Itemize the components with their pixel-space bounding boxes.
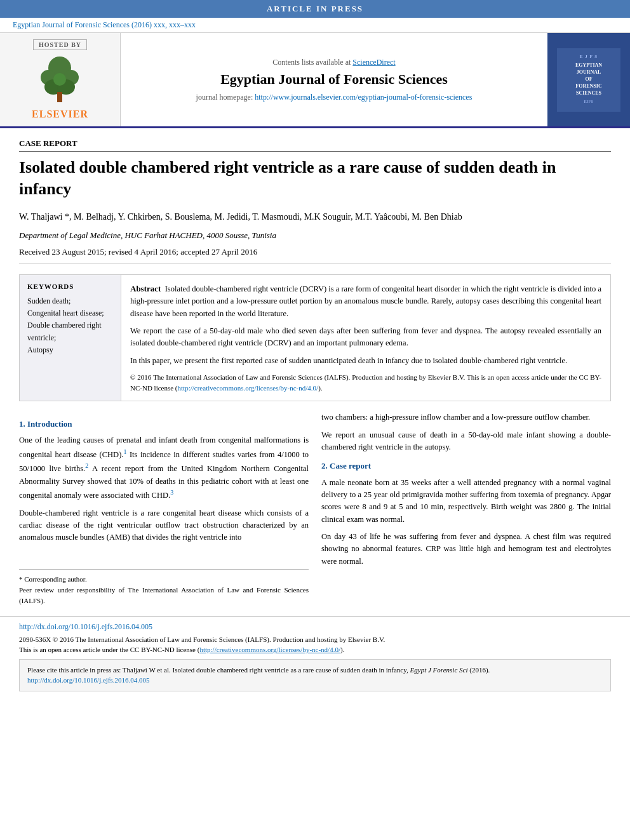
case-para-2: On day 43 of life he was suffering from …	[321, 531, 611, 568]
footer-section: http://dx.doi.org/10.1016/j.ejfs.2016.04…	[0, 617, 630, 697]
journal-link[interactable]: Egyptian Journal of Forensic Sciences (2…	[13, 20, 196, 29]
affiliation: Department of Legal Medicine, HUC Farhat…	[19, 230, 611, 241]
main-content: CASE REPORT Isolated double chambered ri…	[0, 128, 630, 617]
intro-continuation-2: We report an unusual cause of death in a…	[321, 429, 611, 454]
footnote-peer-review: Peer review under responsibility of The …	[19, 585, 309, 606]
journal-homepage: journal homepage: http://www.journals.el…	[196, 93, 473, 102]
keywords-col: KEYWORDS Sudden death; Congenital heart …	[20, 275, 121, 401]
keyword-item-4: Autopsy	[27, 344, 113, 356]
abstract-label: Abstract	[130, 284, 161, 293]
intro-para-2: Double-chambered right ventricle is a ra…	[19, 507, 309, 544]
footnote-corresponding: * Corresponding author.	[19, 574, 309, 585]
citation-doi-link[interactable]: http://dx.doi.org/10.1016/j.ejfs.2016.04…	[27, 676, 150, 684]
header-right: E J F S EGYPTIANJOURNALOFFORENSICSCIENCE…	[547, 33, 630, 126]
hosted-by-label: HOSTED BY	[33, 39, 87, 50]
dates-line: Received 23 August 2015; revised 4 April…	[19, 247, 611, 264]
header-center: Contents lists available at ScienceDirec…	[121, 33, 547, 126]
keyword-item-1: Sudden death;	[27, 295, 113, 307]
doi-link[interactable]: http://dx.doi.org/10.1016/j.ejfs.2016.04…	[19, 622, 152, 631]
sciencedirect-link[interactable]: ScienceDirect	[352, 58, 395, 67]
footnote-section: * Corresponding author. Peer review unde…	[19, 570, 309, 606]
article-title: Isolated double chambered right ventricl…	[19, 157, 611, 200]
elsevier-name: ELSEVIER	[32, 109, 88, 120]
header-left: HOSTED BY ELSEVIER	[0, 33, 121, 126]
journal-title-main: Egyptian Journal of Forensic Sciences	[220, 71, 448, 88]
footer-cc-link[interactable]: http://creativecommons.org/licenses/by-n…	[199, 646, 340, 653]
authors: W. Thaljawi *, M. Belhadj, Y. Chkirben, …	[19, 210, 611, 224]
footer-copyright: 2090-536X © 2016 The International Assoc…	[19, 634, 611, 655]
article-body: 1. Introduction One of the leading cause…	[19, 411, 611, 606]
cc-license: © 2016 The International Association of …	[130, 372, 601, 393]
abstract-para3: In this paper, we present the first repo…	[130, 355, 601, 367]
abstract-para2: We report the case of a 50-day-old male …	[130, 325, 601, 350]
journal-cover-box: E J F S EGYPTIANJOURNALOFFORENSICSCIENCE…	[557, 48, 620, 112]
journal-header: HOSTED BY ELSEVIER Contents lists availa…	[0, 32, 630, 128]
keyword-item-2: Congenital heart disease;	[27, 307, 113, 319]
svg-rect-6	[57, 92, 62, 102]
cc-license-link[interactable]: http://creativecommons.org/licenses/by-n…	[178, 384, 319, 392]
article-col-left: 1. Introduction One of the leading cause…	[19, 411, 309, 606]
case-para-1: A male neonate born at 35 weeks after a …	[321, 477, 611, 526]
citation-box: Please cite this article in press as: Th…	[19, 659, 611, 691]
keywords-title: KEYWORDS	[27, 283, 113, 290]
elsevier-logo: ELSEVIER	[32, 55, 88, 120]
intro-para-1: One of the leading causes of prenatal an…	[19, 434, 309, 502]
abstract-col: Abstract Isolated double-chambered right…	[121, 275, 610, 401]
keyword-item-3: Double chambered right ventricle;	[27, 319, 113, 343]
keywords-abstract-section: KEYWORDS Sudden death; Congenital heart …	[19, 274, 611, 401]
abstract-text: Abstract Isolated double-chambered right…	[130, 283, 601, 393]
section-heading-2: 2. Case report	[321, 460, 611, 472]
intro-continuation-1: two chambers: a high-pressure inflow cha…	[321, 411, 611, 423]
journal-link-bar: Egyptian Journal of Forensic Sciences (2…	[0, 18, 630, 32]
article-col-right: two chambers: a high-pressure inflow cha…	[321, 411, 611, 606]
svg-point-7	[53, 73, 66, 86]
contents-available: Contents lists available at ScienceDirec…	[272, 58, 395, 67]
elsevier-tree-icon	[34, 55, 85, 106]
article-in-press-banner: ARTICLE IN PRESS	[0, 0, 630, 18]
case-report-label: CASE REPORT	[19, 138, 611, 152]
homepage-url-link[interactable]: http://www.journals.elsevier.com/egyptia…	[255, 93, 472, 102]
section-heading-1: 1. Introduction	[19, 418, 309, 430]
